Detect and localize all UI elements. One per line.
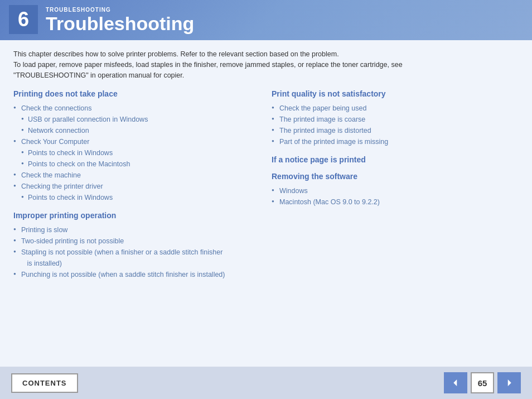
section-printing-not-take-place: Printing does not take place Check the c… (13, 89, 260, 203)
next-page-button[interactable] (497, 372, 521, 393)
section-title-3: Print quality is not satisfactory (272, 89, 519, 98)
left-column: Printing does not take place Check the c… (13, 89, 260, 280)
nav-controls: 65 (444, 372, 521, 393)
section-title-4: If a notice page is printed (272, 155, 519, 164)
prev-page-button[interactable] (444, 372, 467, 393)
list-item[interactable]: Checking the printer driver (13, 181, 260, 192)
list-item[interactable]: Stapling is not possible (when a finishe… (13, 247, 260, 269)
section-print-quality: Print quality is not satisfactory Check … (272, 89, 519, 147)
two-column-layout: Printing does not take place Check the c… (13, 89, 519, 280)
section5-list: Windows Macintosh (Mac OS 9.0 to 9.2.2) (272, 185, 519, 208)
intro-paragraph: This chapter describes how to solve prin… (13, 49, 519, 80)
list-item[interactable]: Check Your Computer (13, 136, 260, 147)
page-number: 65 (471, 372, 494, 393)
right-column: Print quality is not satisfactory Check … (272, 89, 519, 280)
section-title-2: Improper printing operation (13, 211, 260, 220)
list-item[interactable]: Printing is slow (13, 224, 260, 235)
list-item[interactable]: Check the machine (13, 170, 260, 181)
list-item[interactable]: Macintosh (Mac OS 9.0 to 9.2.2) (272, 196, 519, 208)
section3-list: Check the paper being used The printed i… (272, 103, 519, 147)
contents-button[interactable]: CONTENTS (11, 373, 78, 393)
list-item[interactable]: Check the connections (13, 103, 260, 114)
section-notice-page: If a notice page is printed (272, 155, 519, 164)
arrow-left-icon (451, 378, 461, 388)
section-title-1: Printing does not take place (13, 89, 260, 98)
list-item[interactable]: The printed image is distorted (272, 125, 519, 136)
list-item[interactable]: Check the paper being used (272, 103, 519, 114)
header-text: TROUBLESHOOTING Troubleshooting (46, 7, 194, 33)
list-item[interactable]: Points to check in Windows (13, 192, 260, 203)
chapter-title: Troubleshooting (46, 14, 194, 33)
list-item[interactable]: Points to check in Windows (13, 147, 260, 158)
chapter-label: TROUBLESHOOTING (46, 7, 194, 13)
list-item[interactable]: Punching is not possible (when a saddle … (13, 269, 260, 280)
page-header: 6 TROUBLESHOOTING Troubleshooting (0, 0, 532, 40)
arrow-right-icon (504, 378, 514, 388)
section-improper-printing: Improper printing operation Printing is … (13, 211, 260, 280)
section-title-5: Removing the software (272, 172, 519, 181)
list-item[interactable]: Windows (272, 185, 519, 196)
section1-list: Check the connections USB or parallel co… (13, 103, 260, 203)
list-item[interactable]: The printed image is coarse (272, 114, 519, 125)
section-removing-software: Removing the software Windows Macintosh … (272, 172, 519, 208)
chapter-number: 6 (9, 5, 38, 34)
list-item[interactable]: USB or parallel connection in Windows (13, 114, 260, 125)
list-item[interactable]: Two-sided printing is not possible (13, 235, 260, 247)
content-area: This chapter describes how to solve prin… (0, 40, 532, 367)
section2-list: Printing is slow Two-sided printing is n… (13, 224, 260, 280)
svg-marker-1 (508, 379, 511, 386)
list-item[interactable]: Part of the printed image is missing (272, 136, 519, 147)
list-item[interactable]: Network connection (13, 125, 260, 136)
list-item[interactable]: Points to check on the Macintosh (13, 158, 260, 170)
svg-marker-0 (453, 379, 457, 386)
page-footer: CONTENTS 65 (0, 367, 532, 399)
